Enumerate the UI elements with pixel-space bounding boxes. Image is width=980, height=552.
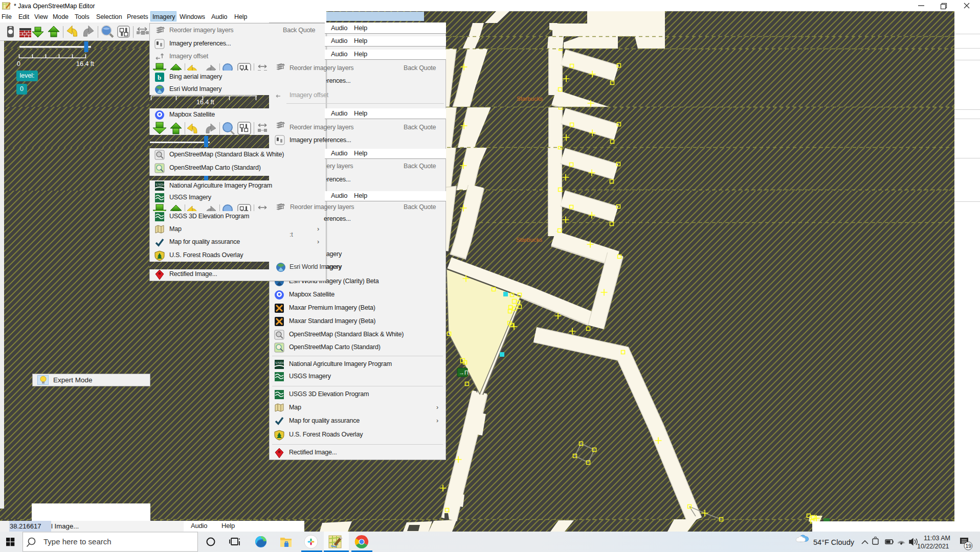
svg-text:USDA: USDA [156, 182, 166, 187]
svg-text:11:03 AM: 11:03 AM [924, 535, 950, 542]
svg-text:b: b [158, 74, 161, 81]
svg-text:19: 19 [966, 543, 972, 549]
svg-text:54°F Cloudy: 54°F Cloudy [813, 538, 855, 546]
svg-text:Type here to search: Type here to search [43, 537, 112, 546]
svg-text:USDA: USDA [276, 361, 285, 365]
svg-text:0: 0 [17, 60, 20, 67]
svg-text:16.4 ft: 16.4 ft [76, 60, 94, 67]
svg-text:10/22/2021: 10/22/2021 [917, 543, 949, 550]
